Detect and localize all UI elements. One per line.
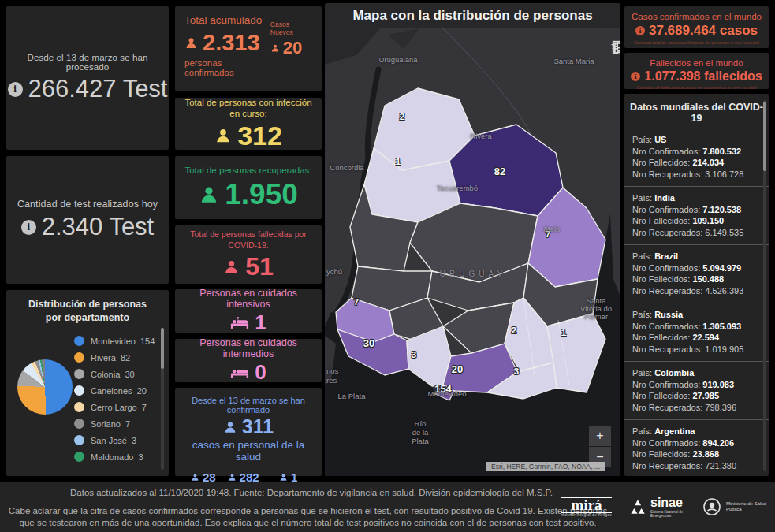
map-panel: Mapa con la distribución de personas [325, 3, 620, 476]
legend-value: 20 [137, 386, 147, 396]
mira-logo-text: mirá [561, 497, 612, 513]
legend-item: Cerro Largo 7 [74, 399, 156, 415]
icu-panel: Personas en cuidados intensivos 1 [175, 289, 322, 333]
legend-swatch [74, 452, 84, 462]
country-label: País: [632, 368, 652, 378]
country-list: País: US Nro Confirmados: 7.800.532 Nro … [624, 128, 769, 476]
tests-total-value: 266.427 Test [28, 75, 168, 103]
recovered-label: Nro Recuperados: [632, 344, 702, 354]
recovered-value: 4.526.393 [705, 286, 743, 296]
country-name: Brazil [654, 251, 678, 261]
footer-updated-text: Datos actualizados al 11/10/2020 19:48. … [0, 488, 623, 497]
bed-icon [230, 366, 249, 379]
department-pie-chart[interactable] [17, 359, 73, 415]
map-canvas[interactable]: 21827730320154231 UruguaianaSanta MariaC… [325, 28, 620, 476]
legend-name: Maldonado [91, 452, 133, 462]
legend-scrollbar-thumb[interactable] [161, 328, 164, 369]
distribution-title: Distribución de personas por departament… [6, 290, 169, 325]
deaths-label: Nro Fallecidos: [632, 391, 690, 400]
legend-value: 7 [125, 419, 130, 429]
tests-today-label: Cantidad de test realizados hoy [17, 199, 158, 210]
legend-item: San José 3 [74, 432, 156, 448]
info-icon[interactable]: i [21, 220, 36, 235]
recovered-value: 1.019.905 [705, 344, 743, 354]
person-icon [191, 473, 199, 482]
map-place-label: Uruguaiana [378, 55, 417, 64]
recovered-title: Total de personas recuperadas: [184, 165, 311, 176]
map-place-label: Rivera [470, 132, 491, 140]
country-stats-item: País: Colombia Nro Confirmados: 919.083 … [624, 361, 769, 419]
tests-today-value: 2.340 Test [42, 213, 154, 241]
deaths-value: 22.594 [692, 333, 719, 342]
deaths-value: 214.034 [692, 158, 724, 167]
bed-icon [230, 316, 249, 329]
world-deaths-title: Fallecidos en el mundo [631, 58, 762, 68]
recovered-label: Nro Recuperados: [632, 169, 702, 179]
health-workers-panel: Desde el 13 de marzo se han confirmado 3… [175, 388, 322, 476]
country-label: País: [632, 135, 652, 144]
country-stats-item: País: Argentina Nro Confirmados: 894.206… [624, 419, 769, 476]
country-name: US [654, 135, 666, 144]
accumulated-sublabel: personas confirmadas [184, 58, 270, 77]
legend-name: Colonia [91, 370, 120, 379]
recovered-value: 798.396 [705, 403, 736, 412]
legend-swatch [74, 352, 84, 363]
map-region-count: 3 [412, 350, 416, 359]
legend-name: Cerro Largo [91, 403, 137, 412]
icu-value: 1 [255, 311, 266, 335]
countries-scrollbar-thumb[interactable] [763, 102, 766, 171]
basemap-icon[interactable] [611, 39, 620, 55]
legend-name: Canelones [91, 386, 132, 396]
msp-logo-caption: Ministerio de Salud Pública [726, 501, 767, 513]
deaths-value: 150.488 [692, 274, 724, 284]
legend-swatch [74, 419, 84, 429]
sinae-logo-text: sinae [650, 496, 685, 510]
imcu-title: Personas en cuidados intermedios [183, 337, 314, 359]
country-stats-item: País: India Nro Confirmados: 7.120.538 N… [624, 186, 769, 244]
world-confirmed-subtext: Cantidad total de casos confirmados de p… [631, 40, 762, 45]
info-icon[interactable]: i [631, 72, 640, 81]
deaths-value: 27.985 [692, 391, 719, 400]
map-place-label: nos [326, 366, 338, 375]
active-cases-panel: Total de personas con infección en curso… [175, 98, 322, 150]
mira-logo: mirá monitor integral de riesgos [561, 497, 612, 517]
map-region-count: 2 [512, 326, 516, 335]
dashboard: Desde el 13 de marzo se han procesado i … [0, 0, 775, 532]
map-title: Mapa con la distribución de personas [325, 3, 620, 28]
sinae-logo-caption: Sistema Nacional de Emergencias [650, 510, 685, 519]
world-countries-title: Datos mundiales del COVID-19 [624, 94, 769, 128]
person-icon [223, 259, 240, 275]
tests-today-panel: Cantidad de test realizados hoy i 2.340 … [6, 156, 169, 284]
person-icon [270, 43, 280, 53]
info-icon[interactable]: i [8, 82, 23, 97]
deaths-label: Nro Fallecidos: [632, 449, 690, 459]
map-place-label: Tacuarembó [437, 184, 478, 192]
recovered-value: 721.380 [705, 461, 736, 471]
map-region-count: 1 [396, 157, 401, 166]
info-icon[interactable]: i [635, 26, 645, 35]
person-icon [279, 473, 288, 482]
legend-name: San José [91, 436, 127, 445]
map-place-label: Palmar [584, 312, 608, 321]
confirmed-value: 7.120.538 [702, 205, 741, 214]
world-countries-panel: Datos mundiales del COVID-19 País: US Nr… [624, 94, 769, 476]
legend-swatch [74, 402, 84, 412]
legend-name: Montevideo [91, 337, 136, 346]
confirmed-value: 1.305.093 [702, 322, 741, 331]
world-confirmed-title: Casos confirmados en el mundo [631, 12, 762, 21]
map-place-label: res [326, 376, 337, 385]
zoom-in-button[interactable]: + [589, 426, 611, 446]
legend-item: Maldonado 3 [74, 448, 156, 465]
imcu-value: 0 [255, 360, 266, 385]
map-region-count: 20 [452, 363, 463, 375]
map-region-count: 30 [363, 337, 374, 349]
countries-scrollbar [763, 100, 766, 471]
confirmed-label: Nro Confirmados: [632, 380, 700, 389]
deaths-label: Nro Fallecidos: [632, 274, 690, 284]
sinae-logo: sinae Sistema Nacional de Emergencias [629, 496, 685, 519]
legend-item: Montevideo 154 [74, 333, 156, 349]
person-icon [228, 473, 237, 482]
person-icon [184, 36, 198, 50]
legend-scrollbar [161, 328, 164, 470]
confirmed-value: 7.800.532 [702, 147, 741, 156]
